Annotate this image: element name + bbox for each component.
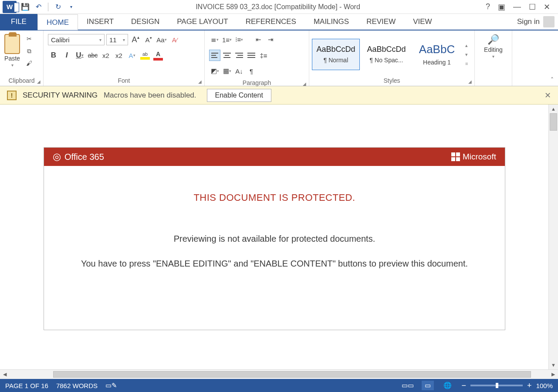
- text-effects-icon[interactable]: A▾: [126, 50, 138, 61]
- font-color-icon[interactable]: A: [152, 50, 164, 61]
- vertical-scrollbar[interactable]: ▲ ▼: [548, 105, 558, 369]
- doc-line-2: You have to press "ENABLE EDITING" and "…: [57, 259, 492, 269]
- multilevel-list-icon[interactable]: ⁝≡▾: [233, 34, 245, 45]
- maximize-icon[interactable]: ☐: [529, 2, 536, 12]
- group-styles: AaBbCcDd ¶ Normal AaBbCcDd ¶ No Spac... …: [309, 30, 475, 86]
- spell-check-icon[interactable]: ▭✎: [105, 382, 117, 389]
- justify-icon[interactable]: [246, 50, 257, 61]
- scroll-left-icon[interactable]: ◀: [0, 372, 10, 377]
- font-size-combo[interactable]: 11▾: [106, 34, 128, 45]
- help-icon[interactable]: ?: [486, 2, 490, 11]
- styles-down-icon[interactable]: ▾: [465, 52, 468, 57]
- group-label-font: Font: [118, 77, 130, 84]
- style-normal[interactable]: AaBbCcDd ¶ Normal: [312, 39, 360, 70]
- sort-icon[interactable]: A↓: [233, 65, 245, 77]
- cut-icon[interactable]: ✂: [24, 34, 34, 44]
- security-warning-message: Macros have been disabled.: [104, 91, 196, 100]
- tab-view[interactable]: VIEW: [404, 14, 440, 30]
- paste-button[interactable]: Paste ▾: [3, 32, 22, 69]
- ribbon: Paste ▾ ✂ ⧉ 🖌 Clipboard◢ Calibri▾ 11▾ A▴…: [0, 30, 558, 86]
- show-hide-icon[interactable]: ¶: [246, 65, 257, 77]
- security-warning-bar: ! SECURITY WARNING Macros have been disa…: [0, 86, 558, 105]
- shrink-font-icon[interactable]: A▾: [143, 34, 154, 45]
- window-controls: ? ▣ — ☐ ✕: [478, 2, 558, 12]
- copy-icon[interactable]: ⧉: [24, 46, 34, 56]
- group-paragraph: ≣▾ 1≡▾ ⁝≡▾ ⇤ ⇥ ‡≡ ◩▾ ▦▾ A↓ ¶ Paragraph◢: [205, 30, 309, 86]
- minimize-icon[interactable]: —: [513, 2, 521, 11]
- word-count[interactable]: 7862 WORDS: [56, 382, 98, 389]
- vscroll-thumb[interactable]: [550, 113, 557, 131]
- enable-content-button[interactable]: Enable Content: [207, 89, 271, 102]
- horizontal-scrollbar[interactable]: ◀ ▶: [0, 369, 558, 379]
- styles-more-icon[interactable]: ≡: [465, 61, 468, 66]
- strikethrough-button[interactable]: abc: [87, 50, 98, 61]
- tab-file[interactable]: FILE: [0, 14, 37, 30]
- increase-indent-icon[interactable]: ⇥: [265, 34, 276, 45]
- shading-icon[interactable]: ◩▾: [209, 65, 220, 77]
- styles-dialog-icon[interactable]: ◢: [468, 79, 472, 84]
- style-heading-1[interactable]: AaBbC Heading 1: [413, 39, 461, 70]
- ribbon-display-icon[interactable]: ▣: [498, 2, 505, 12]
- print-layout-icon[interactable]: ▭: [422, 381, 434, 390]
- line-spacing-icon[interactable]: ‡≡: [258, 50, 269, 61]
- italic-button[interactable]: I: [61, 50, 72, 61]
- collapse-ribbon-icon[interactable]: ˄: [551, 76, 554, 83]
- bullets-icon[interactable]: ≣▾: [209, 34, 220, 45]
- paragraph-dialog-icon[interactable]: ◢: [303, 81, 306, 86]
- font-name-combo[interactable]: Calibri▾: [48, 34, 105, 45]
- zoom-slider[interactable]: [470, 385, 523, 386]
- redo-icon[interactable]: ↻: [54, 3, 62, 11]
- zoom-level[interactable]: 100%: [536, 382, 553, 389]
- document-area: ◎ Office 365 Microsoft THIS DOCUMENT IS …: [0, 105, 558, 369]
- close-icon[interactable]: ✕: [544, 2, 550, 12]
- styles-up-icon[interactable]: ▴: [465, 43, 468, 48]
- security-close-icon[interactable]: ✕: [544, 91, 551, 100]
- tab-references[interactable]: REFERENCES: [237, 14, 305, 30]
- tab-home[interactable]: HOME: [37, 14, 78, 30]
- decrease-indent-icon[interactable]: ⇤: [253, 34, 264, 45]
- tab-review[interactable]: REVIEW: [358, 14, 404, 30]
- sign-in-link[interactable]: Sign in: [514, 14, 558, 30]
- change-case-icon[interactable]: Aa▾: [156, 34, 167, 45]
- editing-button[interactable]: 🔎 Editing ▾: [482, 32, 504, 61]
- underline-button[interactable]: U▾: [74, 50, 85, 61]
- font-dialog-icon[interactable]: ◢: [198, 79, 202, 84]
- zoom-control: − + 100%: [462, 381, 553, 390]
- align-left-icon[interactable]: [209, 50, 220, 61]
- zoom-in-icon[interactable]: +: [527, 381, 532, 390]
- format-painter-icon[interactable]: 🖌: [24, 58, 34, 68]
- subscript-button[interactable]: x2: [100, 50, 112, 61]
- superscript-button[interactable]: x2: [113, 50, 125, 61]
- web-layout-icon[interactable]: 🌐: [442, 381, 454, 390]
- document-canvas[interactable]: ◎ Office 365 Microsoft THIS DOCUMENT IS …: [0, 105, 548, 369]
- doc-heading: THIS DOCUMENT IS PROTECTED.: [57, 192, 492, 203]
- save-icon[interactable]: 💾: [21, 3, 30, 11]
- tab-page-layout[interactable]: PAGE LAYOUT: [168, 14, 237, 30]
- read-mode-icon[interactable]: ▭▭: [402, 381, 414, 390]
- clipboard-dialog-icon[interactable]: ◢: [37, 79, 41, 84]
- grow-font-icon[interactable]: A▴: [130, 34, 141, 45]
- highlight-color-icon[interactable]: ab: [139, 50, 151, 61]
- scroll-right-icon[interactable]: ▶: [548, 372, 558, 377]
- tab-mailings[interactable]: MAILINGS: [305, 14, 358, 30]
- borders-icon[interactable]: ▦▾: [221, 65, 233, 77]
- group-font: Calibri▾ 11▾ A▴ A▾ Aa▾ A⁄ B I U▾ abc x2 …: [44, 30, 205, 86]
- bold-button[interactable]: B: [48, 50, 59, 61]
- page-count[interactable]: PAGE 1 OF 16: [5, 382, 48, 389]
- qat-customize-icon[interactable]: ▾: [67, 3, 75, 11]
- scroll-up-icon[interactable]: ▲: [549, 105, 558, 113]
- undo-icon[interactable]: ↶: [34, 3, 43, 11]
- scroll-down-icon[interactable]: ▼: [549, 361, 558, 369]
- style-no-spacing[interactable]: AaBbCcDd ¶ No Spac...: [362, 39, 410, 70]
- hscroll-thumb[interactable]: [53, 371, 531, 378]
- numbering-icon[interactable]: 1≡▾: [221, 34, 233, 45]
- group-label-paragraph: Paragraph: [243, 79, 271, 86]
- tab-design[interactable]: DESIGN: [122, 14, 168, 30]
- tab-insert[interactable]: INSERT: [78, 14, 122, 30]
- zoom-out-icon[interactable]: −: [462, 381, 467, 390]
- word-app-icon[interactable]: W: [3, 1, 17, 13]
- align-center-icon[interactable]: [221, 50, 233, 61]
- doc-line-1: Previewing is not available for protecte…: [57, 234, 492, 244]
- align-right-icon[interactable]: [233, 50, 245, 61]
- clear-formatting-icon[interactable]: A⁄: [169, 34, 180, 45]
